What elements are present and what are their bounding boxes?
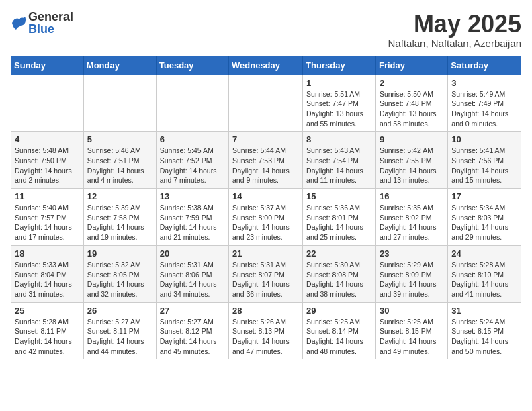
day-info: Sunrise: 5:51 AMSunset: 7:47 PMDaylight:… [306,89,372,129]
day-cell: 12Sunrise: 5:39 AMSunset: 7:58 PMDayligh… [83,189,156,246]
day-number: 26 [87,306,152,316]
day-info: Sunrise: 5:48 AMSunset: 7:50 PMDaylight:… [15,146,80,185]
day-number: 28 [232,306,299,316]
day-info: Sunrise: 5:30 AMSunset: 8:08 PMDaylight:… [306,260,372,300]
header-cell-monday: Monday [83,56,156,75]
location-subtitle: Naftalan, Naftalan, Azerbaijan [388,38,521,49]
day-number: 1 [306,78,372,88]
day-cell: 21Sunrise: 5:31 AMSunset: 8:07 PMDayligh… [229,245,303,302]
day-number: 30 [380,306,444,316]
day-info: Sunrise: 5:26 AMSunset: 8:13 PMDaylight:… [232,317,299,357]
day-cell: 5Sunrise: 5:46 AMSunset: 7:51 PMDaylight… [83,132,156,189]
day-number: 15 [306,191,372,201]
logo-text: General Blue [28,11,73,35]
day-cell: 23Sunrise: 5:29 AMSunset: 8:09 PMDayligh… [375,245,447,302]
day-cell: 27Sunrise: 5:27 AMSunset: 8:12 PMDayligh… [156,302,228,359]
day-info: Sunrise: 5:38 AMSunset: 7:59 PMDaylight:… [160,203,225,242]
day-number: 23 [380,248,444,259]
week-row-2: 4Sunrise: 5:48 AMSunset: 7:50 PMDaylight… [11,132,521,189]
day-info: Sunrise: 5:31 AMSunset: 8:06 PMDaylight:… [160,260,225,300]
header-cell-sunday: Sunday [11,56,84,75]
day-cell [156,75,228,132]
day-number: 6 [160,134,225,144]
day-info: Sunrise: 5:27 AMSunset: 8:11 PMDaylight:… [87,317,152,357]
day-cell: 11Sunrise: 5:40 AMSunset: 7:57 PMDayligh… [11,189,84,246]
day-info: Sunrise: 5:28 AMSunset: 8:11 PMDaylight:… [15,317,80,357]
day-cell: 13Sunrise: 5:38 AMSunset: 7:59 PMDayligh… [156,189,228,246]
day-cell: 22Sunrise: 5:30 AMSunset: 8:08 PMDayligh… [303,245,376,302]
day-number: 21 [232,248,299,259]
day-number: 31 [451,306,517,316]
day-number: 17 [451,191,517,201]
day-info: Sunrise: 5:41 AMSunset: 7:56 PMDaylight:… [451,146,517,185]
day-number: 16 [380,191,444,201]
day-cell: 25Sunrise: 5:28 AMSunset: 8:11 PMDayligh… [11,302,84,359]
logo-blue-text: Blue [28,23,73,35]
day-cell: 20Sunrise: 5:31 AMSunset: 8:06 PMDayligh… [156,245,228,302]
calendar-table: SundayMondayTuesdayWednesdayThursdayFrid… [11,56,521,360]
week-row-1: 1Sunrise: 5:51 AMSunset: 7:47 PMDaylight… [11,75,521,132]
day-cell: 3Sunrise: 5:49 AMSunset: 7:49 PMDaylight… [448,75,521,132]
title-area: May 2025 Naftalan, Naftalan, Azerbaijan [388,11,521,49]
day-number: 18 [15,248,80,259]
day-number: 20 [160,248,225,259]
day-cell: 6Sunrise: 5:45 AMSunset: 7:52 PMDaylight… [156,132,228,189]
page-header: General Blue May 2025 Naftalan, Naftalan… [11,11,521,49]
month-title: May 2025 [388,11,521,38]
day-cell: 7Sunrise: 5:44 AMSunset: 7:53 PMDaylight… [229,132,303,189]
day-number: 3 [451,78,517,88]
day-info: Sunrise: 5:39 AMSunset: 7:58 PMDaylight:… [87,203,152,242]
day-info: Sunrise: 5:44 AMSunset: 7:53 PMDaylight:… [232,146,299,185]
day-info: Sunrise: 5:43 AMSunset: 7:54 PMDaylight:… [306,146,372,185]
day-cell [11,75,84,132]
day-number: 8 [306,134,372,144]
day-number: 7 [232,134,299,144]
day-number: 24 [451,248,517,259]
header-cell-tuesday: Tuesday [156,56,228,75]
day-cell [229,75,303,132]
day-cell: 19Sunrise: 5:32 AMSunset: 8:05 PMDayligh… [83,245,156,302]
day-info: Sunrise: 5:29 AMSunset: 8:09 PMDaylight:… [380,260,444,300]
logo: General Blue [11,11,73,35]
day-info: Sunrise: 5:27 AMSunset: 8:12 PMDaylight:… [160,317,225,357]
header-cell-friday: Friday [375,56,447,75]
day-cell: 10Sunrise: 5:41 AMSunset: 7:56 PMDayligh… [448,132,521,189]
day-number: 25 [15,306,80,316]
day-info: Sunrise: 5:45 AMSunset: 7:52 PMDaylight:… [160,146,225,185]
day-number: 14 [232,191,299,201]
day-number: 29 [306,306,372,316]
day-info: Sunrise: 5:33 AMSunset: 8:04 PMDaylight:… [15,260,80,300]
day-number: 11 [15,191,80,201]
day-info: Sunrise: 5:50 AMSunset: 7:48 PMDaylight:… [380,89,444,129]
day-cell: 16Sunrise: 5:35 AMSunset: 8:02 PMDayligh… [375,189,447,246]
header-row: SundayMondayTuesdayWednesdayThursdayFrid… [11,56,521,75]
day-cell: 29Sunrise: 5:25 AMSunset: 8:14 PMDayligh… [303,302,376,359]
day-info: Sunrise: 5:40 AMSunset: 7:57 PMDaylight:… [15,203,80,242]
day-number: 5 [87,134,152,144]
day-number: 19 [87,248,152,259]
day-cell [83,75,156,132]
day-cell: 1Sunrise: 5:51 AMSunset: 7:47 PMDaylight… [303,75,376,132]
day-cell: 31Sunrise: 5:24 AMSunset: 8:15 PMDayligh… [448,302,521,359]
week-row-5: 25Sunrise: 5:28 AMSunset: 8:11 PMDayligh… [11,302,521,359]
day-info: Sunrise: 5:24 AMSunset: 8:15 PMDaylight:… [451,317,517,357]
logo-general-text: General [28,11,73,23]
day-info: Sunrise: 5:36 AMSunset: 8:01 PMDaylight:… [306,203,372,242]
day-info: Sunrise: 5:25 AMSunset: 8:15 PMDaylight:… [380,317,444,357]
header-cell-thursday: Thursday [303,56,376,75]
day-number: 10 [451,134,517,144]
day-number: 27 [160,306,225,316]
header-cell-saturday: Saturday [448,56,521,75]
day-info: Sunrise: 5:28 AMSunset: 8:10 PMDaylight:… [451,260,517,300]
week-row-3: 11Sunrise: 5:40 AMSunset: 7:57 PMDayligh… [11,189,521,246]
day-info: Sunrise: 5:25 AMSunset: 8:14 PMDaylight:… [306,317,372,357]
day-cell: 24Sunrise: 5:28 AMSunset: 8:10 PMDayligh… [448,245,521,302]
day-cell: 15Sunrise: 5:36 AMSunset: 8:01 PMDayligh… [303,189,376,246]
logo-icon [11,15,27,31]
day-cell: 2Sunrise: 5:50 AMSunset: 7:48 PMDaylight… [375,75,447,132]
day-cell: 9Sunrise: 5:42 AMSunset: 7:55 PMDaylight… [375,132,447,189]
day-cell: 17Sunrise: 5:34 AMSunset: 8:03 PMDayligh… [448,189,521,246]
day-number: 9 [380,134,444,144]
day-info: Sunrise: 5:46 AMSunset: 7:51 PMDaylight:… [87,146,152,185]
day-info: Sunrise: 5:42 AMSunset: 7:55 PMDaylight:… [380,146,444,185]
